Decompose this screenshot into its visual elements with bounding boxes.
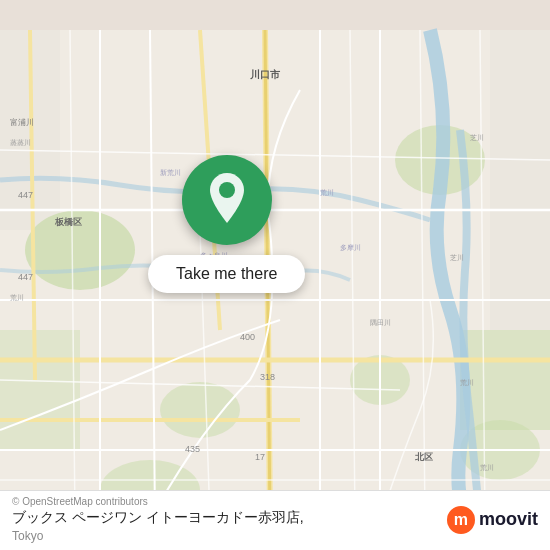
svg-text:447: 447: [18, 272, 33, 282]
svg-text:318: 318: [260, 372, 275, 382]
svg-text:富浦川: 富浦川: [10, 118, 34, 127]
svg-text:芝川: 芝川: [470, 134, 484, 141]
svg-rect-2: [490, 30, 550, 330]
moovit-brand-name: moovit: [479, 509, 538, 530]
svg-text:多摩川: 多摩川: [340, 244, 361, 251]
svg-text:荒川: 荒川: [480, 464, 494, 471]
svg-text:板橋区: 板橋区: [54, 217, 82, 227]
svg-text:隅田川: 隅田川: [370, 319, 391, 326]
svg-text:17: 17: [255, 452, 265, 462]
bottom-bar: © OpenStreetMap contributors ブックス ページワン …: [0, 490, 550, 550]
svg-text:芝川: 芝川: [450, 254, 464, 261]
svg-text:北区: 北区: [414, 452, 433, 462]
take-me-there-button[interactable]: Take me there: [148, 255, 305, 293]
moovit-m-icon: m: [447, 506, 475, 534]
svg-text:蒸蒸川: 蒸蒸川: [10, 139, 31, 146]
svg-text:川口市: 川口市: [250, 69, 281, 80]
place-sub: Tokyo: [12, 529, 304, 543]
map-attribution: © OpenStreetMap contributors: [12, 496, 304, 507]
svg-rect-9: [0, 330, 80, 450]
svg-text:447: 447: [18, 190, 33, 200]
svg-text:400: 400: [240, 332, 255, 342]
bottom-info: © OpenStreetMap contributors ブックス ページワン …: [12, 496, 304, 543]
svg-text:435: 435: [185, 444, 200, 454]
map-pin-icon: [182, 155, 272, 245]
map-container: 447 447 400 435 318 17 板橋区 北区 川口市 富浦川 蒸蒸…: [0, 0, 550, 550]
svg-point-6: [160, 382, 240, 438]
place-name: ブックス ページワン イトーヨーカドー赤羽店,: [12, 509, 304, 527]
svg-text:荒川: 荒川: [10, 294, 24, 301]
pin-svg: [205, 173, 249, 228]
svg-text:荒川: 荒川: [320, 189, 334, 196]
svg-text:荒川: 荒川: [460, 379, 474, 386]
svg-point-53: [219, 182, 235, 198]
moovit-logo: m moovit: [447, 506, 538, 534]
location-popup: Take me there: [148, 155, 305, 293]
